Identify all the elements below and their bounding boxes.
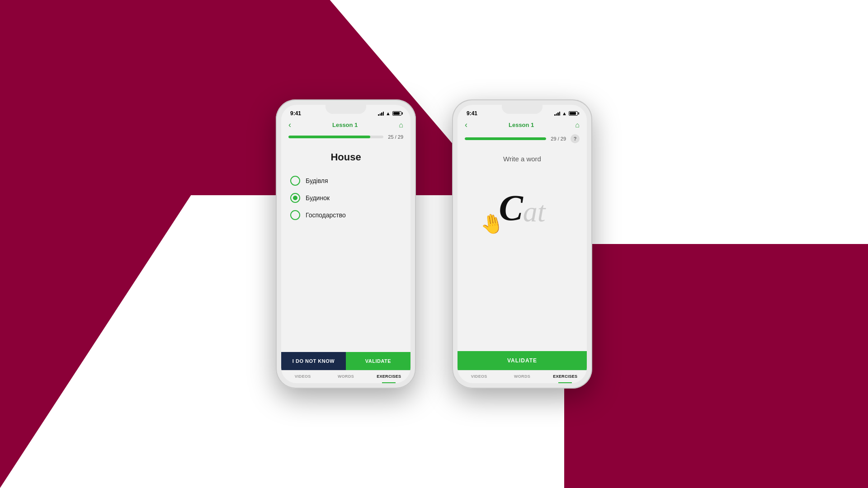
radio-3[interactable] [290, 210, 300, 220]
option-item-3[interactable]: Господарство [290, 210, 401, 220]
word-bold-letter: C [499, 188, 523, 229]
tab-videos-2[interactable]: VIDEOS [458, 374, 500, 379]
phone-2-lesson-title: Lesson 1 [509, 122, 534, 128]
phone-2-footer: VALIDATE VIDEOS WORDS EXERCISES [458, 351, 587, 383]
signal-bar-1 [378, 114, 379, 116]
signal-icon [378, 111, 384, 116]
battery-icon-2 [569, 111, 578, 116]
signal-bar2-2 [556, 113, 557, 116]
phone-2-progress: 29 / 29 ? [458, 132, 587, 147]
option-text-3: Господарство [306, 211, 346, 219]
validate-button-1[interactable]: VALIDATE [346, 352, 410, 370]
tab-exercises-2[interactable]: EXERCISES [544, 374, 587, 379]
signal-bar2-3 [557, 113, 559, 116]
signal-bar-4 [383, 112, 384, 116]
tab-exercises-1[interactable]: EXERCISES [368, 374, 410, 379]
dont-know-button[interactable]: I DO NOT KNOW [281, 352, 346, 370]
signal-bar2-1 [554, 114, 556, 116]
help-button[interactable]: ? [571, 134, 580, 143]
radio-2[interactable] [290, 193, 300, 203]
phone-1-home-icon[interactable]: ⌂ [399, 121, 403, 129]
phone-2-progress-fill [465, 137, 546, 140]
phone-1: 9:41 ▲ ‹ Lesson 1 [276, 99, 416, 389]
validate-button-2[interactable]: VALIDATE [458, 351, 587, 370]
phone-1-screen: 9:41 ▲ ‹ Lesson 1 [281, 105, 410, 383]
radio-1[interactable] [290, 176, 300, 186]
quiz-word: House [290, 151, 401, 163]
phone-1-progress-text: 25 / 29 [388, 134, 403, 140]
tab-videos-1[interactable]: VIDEOS [281, 374, 324, 379]
phone-2-home-icon[interactable]: ⌂ [575, 121, 580, 129]
phone-1-progress-track [288, 136, 383, 138]
option-item-1[interactable]: Будівля [290, 176, 401, 186]
radio-2-fill [293, 196, 297, 200]
phone-1-progress-fill [288, 136, 370, 138]
signal-icon-2 [554, 111, 560, 116]
option-text-2: Будинок [306, 194, 330, 202]
word-display: C at [499, 188, 545, 229]
phone-2-status-icons: ▲ [554, 111, 578, 116]
phone-2-nav: ‹ Lesson 1 ⌂ [458, 118, 587, 132]
signal-bar-2 [380, 113, 381, 116]
write-area[interactable]: 🤚 C at [467, 172, 578, 244]
phone-1-footer: I DO NOT KNOW VALIDATE VIDEOS WORDS EXER… [281, 352, 410, 383]
option-text-1: Будівля [306, 177, 328, 184]
phone-2-time: 9:41 [467, 110, 477, 117]
signal-bar2-4 [559, 112, 561, 116]
wifi-icon: ▲ [386, 111, 391, 116]
battery-fill-2 [570, 112, 576, 115]
phone-2-back-button[interactable]: ‹ [465, 120, 467, 130]
phone-2-tab-bar: VIDEOS WORDS EXERCISES [458, 370, 587, 383]
battery-fill [393, 112, 400, 115]
phones-container: 9:41 ▲ ‹ Lesson 1 [0, 0, 868, 488]
phone-1-notch [326, 105, 366, 114]
option-item-2[interactable]: Будинок [290, 193, 401, 203]
phone-1-back-button[interactable]: ‹ [288, 120, 291, 130]
phone-2-content: Write a word 🤚 C at [458, 147, 587, 351]
phone-1-nav: ‹ Lesson 1 ⌂ [281, 118, 410, 132]
phone-2-progress-text: 29 / 29 [551, 136, 566, 141]
word-faded-letters: at [523, 195, 546, 229]
phone-1-tab-bar: VIDEOS WORDS EXERCISES [281, 370, 410, 383]
tab-words-2[interactable]: WORDS [500, 374, 543, 379]
phone-1-content: House Будівля Будинок [281, 143, 410, 352]
write-instruction: Write a word [467, 155, 578, 163]
phone-2-screen: 9:41 ▲ ‹ Lesson 1 [458, 105, 587, 383]
phone-1-lesson-title: Lesson 1 [332, 122, 358, 128]
option-list: Будівля Будинок Господарство [290, 176, 401, 220]
phone-1-time: 9:41 [290, 110, 301, 117]
tab-words-1[interactable]: WORDS [324, 374, 367, 379]
wifi-icon-2: ▲ [562, 111, 567, 116]
phone-2-notch [502, 105, 542, 114]
battery-icon [392, 111, 401, 116]
phone-1-status-icons: ▲ [378, 111, 401, 116]
signal-bar-3 [381, 113, 382, 116]
phone-1-progress: 25 / 29 [281, 132, 410, 143]
phone-1-btn-row: I DO NOT KNOW VALIDATE [281, 352, 410, 370]
phone-2: 9:41 ▲ ‹ Lesson 1 [452, 99, 592, 389]
phone-2-progress-track [465, 137, 546, 140]
